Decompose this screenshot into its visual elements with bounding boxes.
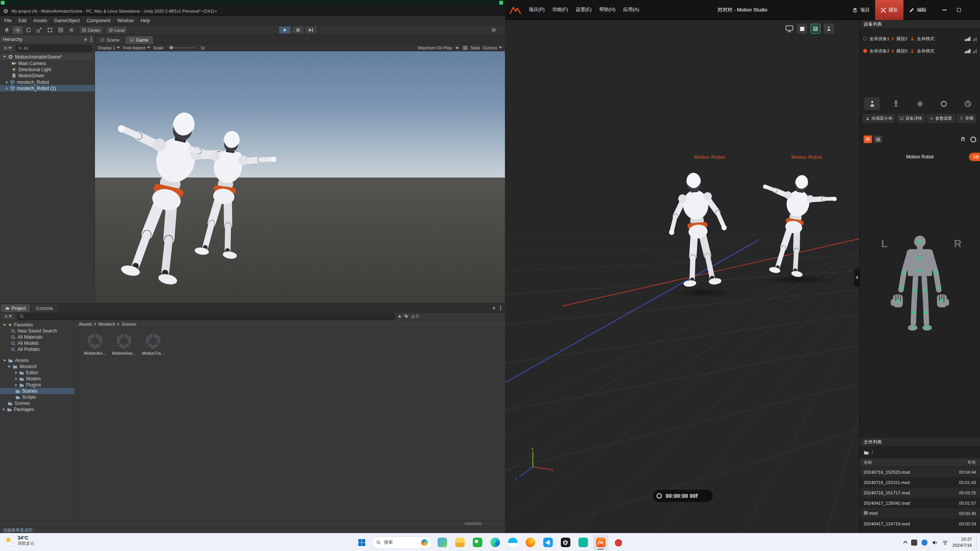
- expand-caret-icon[interactable]: [6, 87, 8, 90]
- expand-caret-icon[interactable]: [6, 81, 8, 84]
- tab-bones[interactable]: 骨骼: [957, 114, 976, 123]
- assets-root[interactable]: Assets: [0, 357, 75, 364]
- rotate-tool-icon[interactable]: [23, 26, 33, 34]
- ms-project-button[interactable]: 项目: [847, 0, 875, 20]
- maximize-button[interactable]: [952, 0, 966, 20]
- label-tag-icon[interactable]: [404, 314, 409, 319]
- folder-scripts[interactable]: Scripts: [0, 394, 75, 400]
- panel-collapse-handle[interactable]: [854, 269, 859, 286]
- tray-app2-icon[interactable]: [921, 540, 928, 546]
- teal-app[interactable]: [575, 535, 591, 550]
- toggle-magnetic[interactable]: 磁: [874, 135, 882, 143]
- hierarchy-search-input[interactable]: All: [15, 45, 93, 52]
- game-viewport[interactable]: [95, 51, 505, 303]
- taskbar-search-input[interactable]: 搜索: [372, 536, 432, 549]
- lock-icon[interactable]: [83, 37, 88, 41]
- circle-tool-icon[interactable]: [936, 97, 952, 110]
- history-clock-icon[interactable]: [960, 97, 975, 110]
- maximize-on-play-toggle[interactable]: Maximize On Play: [418, 46, 452, 50]
- ms-3d-viewport[interactable]: Motion Robot Motion Robot Y X Z 00:00:00…: [505, 20, 859, 533]
- tray-overflow-icon[interactable]: [903, 541, 907, 545]
- minimize-button[interactable]: [937, 0, 952, 20]
- folder-mostech[interactable]: Mostech: [0, 364, 75, 370]
- collapse-caret-icon[interactable]: [3, 56, 6, 58]
- calibrate-badge[interactable]: 1秒: [969, 153, 980, 161]
- space-toggle[interactable]: Local: [106, 26, 127, 34]
- kebab-menu-icon[interactable]: [500, 307, 501, 308]
- hierarchy-item-mostech-robot-1[interactable]: mostech_Robot (1): [0, 85, 95, 91]
- lock-icon[interactable]: [492, 306, 496, 310]
- gizmos-dropdown[interactable]: Gizmos: [483, 46, 502, 50]
- scale-tool-icon[interactable]: [34, 26, 44, 34]
- qq-app[interactable]: [505, 535, 520, 550]
- custom-tool-icon[interactable]: [66, 26, 76, 34]
- stats-toggle[interactable]: Stats: [470, 46, 480, 50]
- file-path-row[interactable]: /: [860, 448, 980, 457]
- ms-menu-project[interactable]: 项目(P): [525, 5, 549, 15]
- menu-assets[interactable]: Assets: [30, 17, 51, 24]
- device-row-2[interactable]: 全身设备2 频段5 全身模式: [860, 46, 980, 56]
- move-tool-icon[interactable]: [13, 26, 23, 34]
- favorite-all-materials[interactable]: All Materials: [0, 334, 75, 340]
- grid-view-button[interactable]: [810, 24, 820, 34]
- ms-menu-help[interactable]: 帮助(H): [595, 5, 619, 15]
- tray-app-icon[interactable]: [911, 540, 917, 546]
- asset-motiontracker-scene[interactable]: MotionTra...: [139, 331, 167, 355]
- firefox-browser-app[interactable]: [523, 535, 538, 550]
- search-highlights-icon[interactable]: [421, 539, 428, 546]
- file-row[interactable]: 20240716_152523.msd00:04:44: [860, 467, 980, 477]
- tab-scene[interactable]: Scene: [96, 36, 124, 44]
- menu-help[interactable]: Help: [137, 17, 154, 24]
- clock-widget[interactable]: 19:37 2024/7/16: [952, 536, 972, 548]
- avatar-view-button[interactable]: [824, 24, 834, 34]
- menu-gameobject[interactable]: GameObject: [51, 17, 83, 24]
- column-name[interactable]: 名称: [864, 460, 872, 465]
- solid-view-button[interactable]: [797, 24, 807, 34]
- favorites-root[interactable]: ★Favorites: [0, 322, 75, 328]
- step-button[interactable]: [305, 26, 317, 34]
- folder-models[interactable]: Models: [0, 376, 75, 382]
- hierarchy-item-motiondriver[interactable]: MotionDriver: [0, 72, 95, 79]
- project-search-input[interactable]: [16, 313, 395, 320]
- menu-edit[interactable]: Edit: [15, 17, 30, 24]
- folder-scenes-selected[interactable]: Scenes: [0, 388, 75, 394]
- hierarchy-add-button[interactable]: +: [2, 45, 14, 52]
- magnet-icon[interactable]: [960, 137, 966, 142]
- favorite-all-models[interactable]: All Models: [0, 340, 75, 346]
- menu-component[interactable]: Component: [83, 17, 114, 24]
- breadcrumb-scenes[interactable]: Scenes: [122, 322, 136, 326]
- device-row-1[interactable]: 全身设备1 频段2 全身模式: [860, 34, 980, 44]
- tab-console[interactable]: Console: [31, 304, 57, 312]
- metrics-icon[interactable]: [463, 46, 467, 50]
- hierarchy-item-directional-light[interactable]: Directional Light: [0, 66, 95, 73]
- ms-capture-button[interactable]: 捕捉: [875, 0, 903, 20]
- toolbar-settings-icon[interactable]: [488, 26, 498, 34]
- folder-plugins[interactable]: Plugins: [0, 382, 75, 388]
- rect-tool-icon[interactable]: [45, 26, 55, 34]
- hierarchy-item-mostech-robot[interactable]: mostech_Robot: [0, 79, 95, 85]
- ms-menu-function[interactable]: 功能(F): [549, 5, 572, 15]
- toggle-de[interactable]: 得: [864, 135, 872, 143]
- volume-icon[interactable]: [932, 540, 938, 546]
- record-button[interactable]: [657, 493, 662, 499]
- file-row[interactable]: 20240417_125042.msd00:01:57: [860, 498, 980, 508]
- tab-game[interactable]: Game: [125, 36, 153, 44]
- edge-browser-app[interactable]: [487, 535, 503, 550]
- tab-parameter-settings[interactable]: 参数设置: [927, 114, 955, 123]
- file-row[interactable]: 20240716_152311.msd00:01:43: [860, 477, 980, 487]
- menu-window[interactable]: Window: [114, 17, 137, 24]
- breadcrumb-mostech[interactable]: Mostech: [99, 322, 115, 326]
- file-row[interactable]: 20240716_151717.msd00:03:25: [860, 487, 980, 498]
- hierarchy-item-main-camera[interactable]: Main Camera: [0, 60, 95, 67]
- hidden-packages-icon[interactable]: ⊘9: [411, 314, 418, 319]
- ms-menu-apps[interactable]: 应用(A): [619, 5, 643, 15]
- unity-hub-app[interactable]: [558, 535, 573, 550]
- wifi-icon[interactable]: [942, 540, 948, 546]
- motion-studio-app[interactable]: [593, 535, 608, 550]
- circle-indicator-icon[interactable]: [970, 137, 976, 142]
- sensor-body-icon[interactable]: [864, 97, 880, 110]
- tab-project[interactable]: Project: [1, 304, 30, 312]
- desktop-icon[interactable]: [499, 1, 503, 5]
- show-desktop-button[interactable]: [976, 535, 978, 550]
- kebab-menu-icon[interactable]: [91, 39, 92, 40]
